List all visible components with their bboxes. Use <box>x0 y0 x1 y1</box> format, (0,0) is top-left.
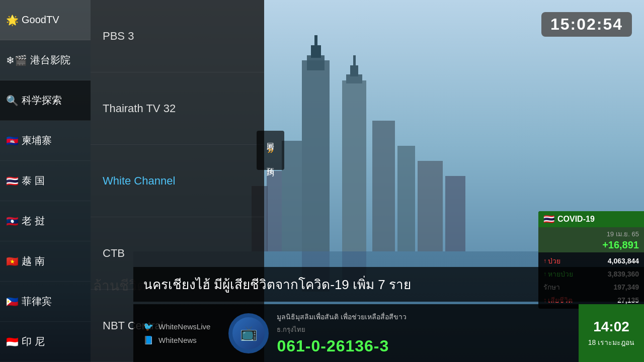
facebook-handle: WhiteNews <box>158 336 197 344</box>
sidebar-item-cambodia-label: 柬埔寨 <box>22 134 52 147</box>
hktw-icon: ❄🎬 <box>6 54 27 66</box>
channel-whitechannel[interactable]: White Channel <box>91 145 264 217</box>
sidebar-item-indonesia-label: 印 尼 <box>22 335 45 348</box>
sidebar-item-vietnam-label: 越 南 <box>22 254 45 268</box>
sidebar: 🌟 GoodTV ❄🎬 港台影院 🔍 科学探索 🇰🇭 柬埔寨 🇹🇭 泰 国 🇱🇦… <box>0 0 91 362</box>
covid-header: 🇹🇭 COVID-19 <box>538 211 644 227</box>
svg-rect-15 <box>267 171 282 251</box>
facebook-icon: 📘 <box>143 335 153 345</box>
bottom-count-label: 18 เราะมะฎอน <box>588 337 634 348</box>
sidebar-item-science[interactable]: 🔍 科学探索 <box>0 80 91 121</box>
news-ticker: นครเชียงไฮ้ มีผู้เสียชีวิตจากโควิด-19 เพ… <box>133 267 644 302</box>
sidebar-item-goodtv-label: GoodTV <box>22 14 59 26</box>
arrow-up-icon: ↑ <box>543 257 546 264</box>
svg-rect-11 <box>372 121 395 251</box>
covid-date-row: 19 เม.ย. 65 +16,891 <box>538 227 644 252</box>
science-icon: 🔍 <box>6 95 19 107</box>
svg-rect-6 <box>342 80 366 251</box>
channel-thairath-label: Thairath TV 32 <box>103 102 176 115</box>
phone-number: 061-0-26136-3 <box>277 337 579 355</box>
svg-rect-12 <box>397 146 415 251</box>
social-links: 🐦 WhiteNewsLive 📘 WhiteNews <box>133 317 220 350</box>
sidebar-item-philippines-label: 菲律宾 <box>22 295 52 308</box>
svg-rect-14 <box>445 176 465 251</box>
sidebar-item-hktw-label: 港台影院 <box>30 53 70 67</box>
covid-flag-icon: 🇹🇭 <box>543 214 554 225</box>
clock-display: 15:02:54 <box>541 12 632 37</box>
goodtv-icon: 🌟 <box>6 14 19 26</box>
sidebar-item-laos-label: 老 挝 <box>22 214 45 228</box>
bottom-bar: 🐦 WhiteNewsLive 📘 WhiteNews 📺 มูลนิธิมุส… <box>133 304 644 362</box>
svg-rect-13 <box>418 161 443 251</box>
covid-date: 19 เม.ย. 65 <box>607 230 639 238</box>
logo-icon: 📺 <box>240 325 258 341</box>
vietnam-flag-icon: 🇻🇳 <box>6 255 19 267</box>
svg-rect-10 <box>282 141 302 251</box>
bank-label: ธ.กรุงไทย <box>277 324 579 335</box>
sidebar-item-cambodia[interactable]: 🇰🇭 柬埔寨 <box>0 121 91 161</box>
channel-thairath[interactable]: Thairath TV 32 <box>91 72 264 145</box>
covid-new-count: +16,891 <box>543 239 639 251</box>
sidebar-item-hktw[interactable]: ❄🎬 港台影院 <box>0 40 91 80</box>
twitter-icon: 🐦 <box>143 322 153 331</box>
covid-title: COVID-19 <box>557 215 639 224</box>
svg-rect-9 <box>353 55 356 68</box>
logo-inner: 📺 <box>232 317 265 349</box>
sidebar-item-thailand-label: 泰 国 <box>22 174 45 188</box>
org-label: มูลนิธิมุสลิมเพื่อสันติ เพื่อช่วยเหลือสื… <box>277 311 579 322</box>
channel-ctb-label: CTB <box>103 247 125 260</box>
indonesia-flag-icon: 🇮🇩 <box>6 336 19 348</box>
sidebar-item-laos[interactable]: 🇱🇦 老 挝 <box>0 201 91 241</box>
news-ticker-text: นครเชียงไฮ้ มีผู้เสียชีวิตจากโควิด-19 เพ… <box>143 277 411 292</box>
covid-stat-infected: ↑ ป่วย 4,063,844 <box>543 254 639 267</box>
channel-pbs3[interactable]: PBS 3 <box>91 0 264 72</box>
philippines-flag-icon: 🇵🇭 <box>6 296 19 308</box>
twitter-row: 🐦 WhiteNewsLive <box>143 322 210 331</box>
bottom-time-block: 14:02 18 เราะมะฎอน <box>579 304 644 362</box>
sidebar-item-goodtv[interactable]: 🌟 GoodTV <box>0 0 91 40</box>
side-controls-panel: 回看 » 预约 <box>257 131 284 170</box>
sidebar-item-science-label: 科学探索 <box>22 94 62 107</box>
bottom-center-info: มูลนิธิมุสลิมเพื่อสันติ เพื่อช่วยเหลือสื… <box>277 311 579 355</box>
svg-rect-2 <box>302 60 330 251</box>
channel-whitechannel-label: White Channel <box>103 174 175 188</box>
facebook-row: 📘 WhiteNews <box>143 335 210 345</box>
sidebar-item-vietnam[interactable]: 🇻🇳 越 南 <box>0 241 91 282</box>
thailand-flag-icon: 🇹🇭 <box>6 175 19 187</box>
cambodia-flag-icon: 🇰🇭 <box>6 135 19 147</box>
channel-logo: 📺 <box>228 313 269 353</box>
bottom-time-display: 14:02 <box>593 319 629 335</box>
covid-infected-value: 4,063,844 <box>608 257 639 265</box>
reserve-label[interactable]: 预约 <box>266 160 275 166</box>
clock-time: 15:02:54 <box>550 15 623 33</box>
rewind-label[interactable]: 回看 <box>266 135 275 141</box>
laos-flag-icon: 🇱🇦 <box>6 215 19 227</box>
svg-rect-5 <box>314 35 317 48</box>
sidebar-item-thailand[interactable]: 🇹🇭 泰 国 <box>0 161 91 201</box>
sidebar-item-indonesia[interactable]: 🇮🇩 印 尼 <box>0 322 91 362</box>
twitter-handle: WhiteNewsLive <box>158 322 210 331</box>
channel-pbs3-label: PBS 3 <box>103 30 134 43</box>
covid-infected-label: ↑ ป่วย <box>543 255 560 266</box>
arrow-icon[interactable]: » <box>267 141 273 160</box>
sidebar-item-philippines[interactable]: 🇵🇭 菲律宾 <box>0 282 91 322</box>
